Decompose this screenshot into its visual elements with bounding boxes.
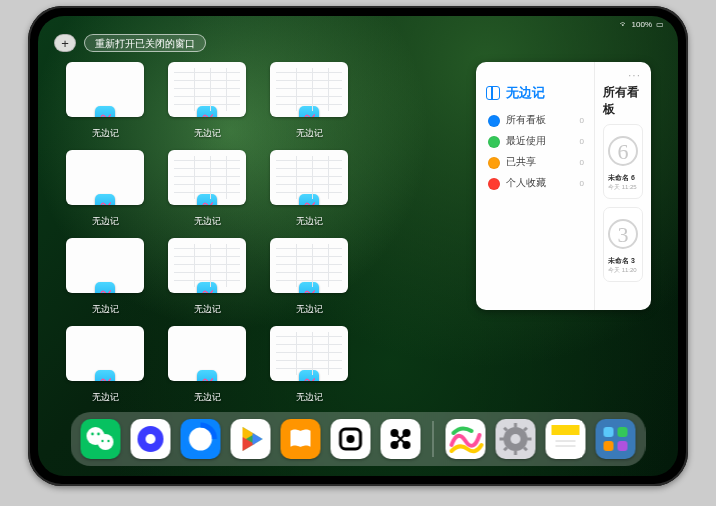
thumbnail-preview <box>66 150 144 205</box>
thumbnail-preview <box>168 150 246 205</box>
window-thumbnail[interactable]: 无边记 <box>270 150 348 228</box>
dock-app-wechat[interactable] <box>81 419 121 459</box>
dock-separator <box>433 421 434 457</box>
panel-title-text: 无边记 <box>506 84 545 102</box>
window-thumbnail[interactable]: 无边记 <box>168 238 246 316</box>
panel-more-button[interactable]: ··· <box>628 68 641 82</box>
thumbnail-preview <box>270 62 348 117</box>
dock-app-playstore[interactable] <box>231 419 271 459</box>
sidebar-item-count: 0 <box>580 116 584 125</box>
sidebar-item[interactable]: 所有看板0 <box>486 110 586 131</box>
svg-point-4 <box>101 440 103 442</box>
freeform-app-icon <box>95 194 115 205</box>
window-label: 无边记 <box>92 391 119 404</box>
workspace: 无边记无边记无边记无边记无边记无边记无边记无边记无边记无边记无边记无边记 ···… <box>66 62 650 398</box>
category-dot-icon <box>488 115 500 127</box>
svg-rect-37 <box>604 441 614 451</box>
window-grid: 无边记无边记无边记无边记无边记无边记无边记无边记无边记无边记无边记无边记 <box>66 62 450 398</box>
new-window-button[interactable]: + <box>54 34 76 52</box>
thumbnail-preview <box>66 238 144 293</box>
dock-app-inshot[interactable] <box>331 419 371 459</box>
window-label: 无边记 <box>296 215 323 228</box>
thumbnail-preview <box>270 238 348 293</box>
ipad-frame: ᯤ 100% ▭ + 重新打开已关闭的窗口 无边记无边记无边记无边记无边记无边记… <box>28 6 688 486</box>
board-preview: 3 <box>608 212 638 256</box>
freeform-app-icon <box>197 106 217 117</box>
category-dot-icon <box>488 157 500 169</box>
freeform-panel[interactable]: ··· 无边记 所有看板0最近使用0已共享0个人收藏0 所有看板 6未命名 6今… <box>476 62 651 310</box>
window-label: 无边记 <box>194 127 221 140</box>
window-thumbnail[interactable]: 无边记 <box>270 326 348 404</box>
status-bar: ᯤ 100% ▭ <box>620 20 664 29</box>
window-thumbnail[interactable]: 无边记 <box>66 238 144 316</box>
thumbnail-preview <box>168 326 246 381</box>
dock-app-freeform[interactable] <box>446 419 486 459</box>
panel-right-title: 所有看板 <box>603 84 643 118</box>
window-label: 无边记 <box>92 127 119 140</box>
sidebar-item[interactable]: 已共享0 <box>486 152 586 173</box>
svg-rect-35 <box>604 427 614 437</box>
sidebar-item[interactable]: 最近使用0 <box>486 131 586 152</box>
svg-point-3 <box>97 433 100 436</box>
window-thumbnail[interactable]: 无边记 <box>168 326 246 404</box>
svg-rect-38 <box>618 441 628 451</box>
svg-rect-31 <box>552 425 580 435</box>
freeform-app-icon <box>95 370 115 381</box>
window-thumbnail[interactable]: 无边记 <box>270 238 348 316</box>
window-thumbnail[interactable]: 无边记 <box>168 62 246 140</box>
board-subtitle: 今天 11:25 <box>608 183 638 192</box>
window-thumbnail[interactable]: 无边记 <box>270 62 348 140</box>
window-thumbnail[interactable]: 无边记 <box>66 150 144 228</box>
board-title: 未命名 3 <box>608 256 638 266</box>
freeform-app-icon <box>95 106 115 117</box>
freeform-app-icon <box>197 370 217 381</box>
sidebar-item-count: 0 <box>580 137 584 146</box>
thumbnail-preview <box>168 238 246 293</box>
category-dot-icon <box>488 136 500 148</box>
thumbnail-preview <box>270 326 348 381</box>
category-dot-icon <box>488 178 500 190</box>
sidebar-item-label: 最近使用 <box>506 135 546 148</box>
sidebar-toggle-icon[interactable] <box>486 86 500 100</box>
battery-text: 100% <box>632 20 652 29</box>
dock-app-books[interactable] <box>281 419 321 459</box>
window-label: 无边记 <box>296 391 323 404</box>
freeform-app-icon <box>299 370 319 381</box>
panel-content: 所有看板 6未命名 6今天 11:253未命名 3今天 11:20 <box>594 62 651 310</box>
window-thumbnail[interactable]: 无边记 <box>66 62 144 140</box>
reopen-closed-window-button[interactable]: 重新打开已关闭的窗口 <box>84 34 206 52</box>
window-thumbnail[interactable]: 无边记 <box>66 326 144 404</box>
dock-app-quark[interactable] <box>131 419 171 459</box>
svg-rect-36 <box>618 427 628 437</box>
thumbnail-preview <box>270 150 348 205</box>
top-controls: + 重新打开已关闭的窗口 <box>54 34 206 52</box>
panel-title: 无边记 <box>486 84 586 102</box>
freeform-app-icon <box>299 282 319 293</box>
dock <box>71 412 646 466</box>
thumbnail-preview <box>168 62 246 117</box>
window-label: 无边记 <box>194 215 221 228</box>
dock-app-app-library[interactable] <box>596 419 636 459</box>
window-label: 无边记 <box>296 303 323 316</box>
svg-line-30 <box>524 428 527 431</box>
panel-sidebar: 无边记 所有看板0最近使用0已共享0个人收藏0 <box>476 62 594 310</box>
sidebar-item[interactable]: 个人收藏0 <box>486 173 586 194</box>
dock-app-settings[interactable] <box>496 419 536 459</box>
dock-app-app-black[interactable] <box>381 419 421 459</box>
dock-app-qqbrowser[interactable] <box>181 419 221 459</box>
window-label: 无边记 <box>92 215 119 228</box>
sidebar-item-label: 所有看板 <box>506 114 546 127</box>
board-card[interactable]: 6未命名 6今天 11:25 <box>603 124 643 199</box>
wifi-icon: ᯤ <box>620 20 628 29</box>
svg-point-5 <box>107 440 109 442</box>
window-label: 无边记 <box>194 303 221 316</box>
board-card[interactable]: 3未命名 3今天 11:20 <box>603 207 643 282</box>
svg-line-28 <box>504 428 507 431</box>
window-thumbnail[interactable]: 无边记 <box>168 150 246 228</box>
svg-line-26 <box>504 447 507 450</box>
freeform-app-icon <box>197 194 217 205</box>
board-preview: 6 <box>608 129 638 173</box>
freeform-app-icon <box>95 282 115 293</box>
dock-app-notes[interactable] <box>546 419 586 459</box>
svg-point-2 <box>91 433 94 436</box>
